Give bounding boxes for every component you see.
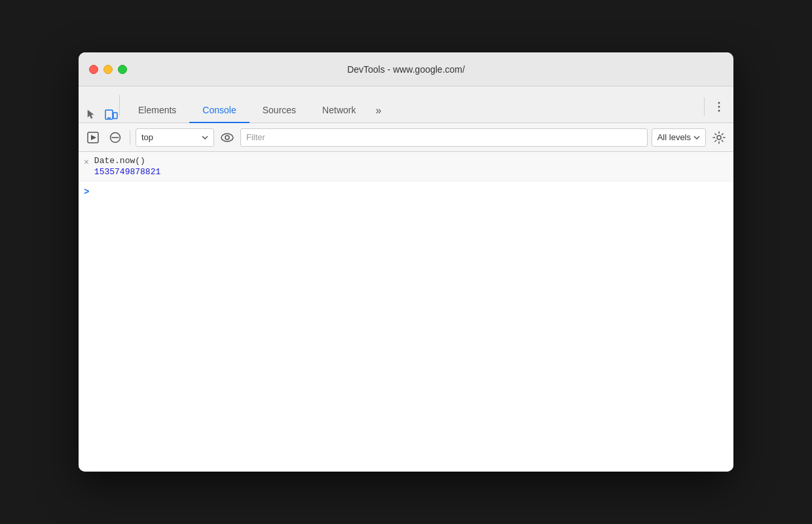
log-levels-selector[interactable]: All levels [652,128,706,147]
svg-point-11 [225,136,229,140]
tab-elements[interactable]: Elements [125,98,189,123]
console-expression: Date.now() [94,156,160,166]
eye-icon[interactable] [218,128,236,147]
run-script-button[interactable] [84,128,102,147]
minimize-button[interactable] [103,65,113,74]
toolbar-divider-1 [130,130,130,145]
traffic-lights [89,65,127,74]
svg-point-10 [221,134,233,141]
svg-point-4 [718,106,720,108]
svg-point-12 [717,136,721,140]
settings-icon[interactable] [710,128,728,147]
tabbar-divider [704,98,705,116]
clear-console-button[interactable] [106,128,124,147]
svg-point-3 [718,102,720,104]
console-entry: ✕ Date.now() 1535749878821 [79,152,733,181]
console-result: 1535749878821 [94,167,160,177]
console-input-row: > [79,181,733,202]
levels-label: All levels [657,132,691,142]
device-toggle-icon[interactable] [103,107,119,122]
tab-separator [119,95,120,116]
devtools-window: DevTools - www.google.com/ Elements Cons… [79,52,733,472]
svg-rect-1 [113,113,117,119]
chevron-down-icon [202,136,208,140]
tabbar: Elements Console Sources Network » [79,86,733,123]
entry-close-icon: ✕ [84,157,89,167]
context-value: top [141,132,199,142]
entry-content: Date.now() 1535749878821 [94,156,160,177]
window-title: DevTools - www.google.com/ [347,64,465,75]
svg-marker-7 [91,135,96,140]
tab-console[interactable]: Console [189,98,249,123]
console-toolbar: top All levels [79,123,733,152]
maximize-button[interactable] [118,65,127,74]
console-prompt: > [84,187,89,197]
tabbar-right [704,98,728,116]
context-selector[interactable]: top [136,128,214,147]
filter-input[interactable] [240,128,648,147]
levels-chevron-icon [693,136,700,140]
console-input[interactable] [94,187,728,197]
svg-point-5 [718,110,720,112]
console-output: ✕ Date.now() 1535749878821 > [79,152,733,472]
inspect-icon[interactable] [84,107,100,122]
tab-more-button[interactable]: » [369,98,388,123]
titlebar: DevTools - www.google.com/ [79,52,733,86]
close-button[interactable] [89,65,98,74]
tab-sources[interactable]: Sources [249,98,309,123]
tab-network[interactable]: Network [309,98,369,123]
more-options-icon[interactable] [710,98,728,116]
